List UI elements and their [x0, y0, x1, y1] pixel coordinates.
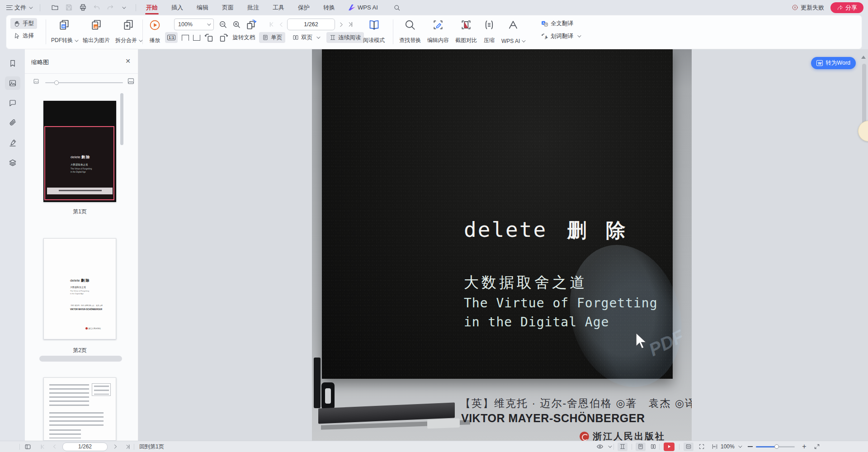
zoom-in-icon[interactable]: [232, 20, 241, 29]
viewport-region-indicator[interactable]: [44, 126, 114, 200]
search-icon[interactable]: [393, 4, 401, 11]
word-translate-button[interactable]: A 划词翻译: [538, 31, 583, 42]
tab-home[interactable]: 开始: [145, 1, 159, 14]
quick-access-chevron-icon[interactable]: [122, 5, 126, 9]
comments-panel-button[interactable]: [5, 96, 20, 110]
back-to-first-page-link[interactable]: 回到第1页: [139, 443, 164, 451]
continuous-read-button[interactable]: 连续阅读: [326, 32, 364, 43]
single-page-button-bottom[interactable]: [636, 443, 646, 451]
double-page-button[interactable]: 双页: [289, 32, 322, 43]
document-scrollbar[interactable]: [862, 64, 866, 129]
rotate-pages-icon[interactable]: [245, 19, 257, 30]
thumbnail-page-3[interactable]: [43, 377, 116, 441]
play-button-bottom[interactable]: [664, 443, 675, 451]
hand-tool-button[interactable]: 手型: [10, 18, 37, 29]
play-button[interactable]: 播放: [147, 18, 163, 46]
rotate-left-icon[interactable]: [204, 33, 214, 42]
fit-width-button-bottom[interactable]: [710, 443, 720, 451]
next-page-button-bottom[interactable]: [110, 443, 120, 451]
toggle-sidebar-button[interactable]: [23, 443, 33, 451]
tab-convert[interactable]: 转换: [322, 1, 336, 14]
continuous-read-button-bottom[interactable]: [618, 443, 627, 451]
bookmarks-panel-button[interactable]: [5, 56, 20, 70]
zoom-out-button-bottom[interactable]: [745, 443, 755, 451]
open-book-icon: [368, 19, 380, 31]
tab-protect[interactable]: 保护: [297, 1, 311, 14]
actual-size-button[interactable]: 1:1: [165, 32, 178, 43]
layers-panel-button[interactable]: [5, 156, 20, 170]
open-folder-icon[interactable]: [51, 4, 59, 11]
publisher-name: 浙江人民出版社: [593, 430, 665, 441]
page-number-input-bottom[interactable]: 1/262: [62, 443, 108, 451]
zoom-percent-label[interactable]: 100%: [721, 443, 735, 450]
print-icon[interactable]: [79, 4, 87, 11]
rotate-doc-label[interactable]: 旋转文档: [232, 34, 255, 42]
screenshot-compare-button[interactable]: 截图对比: [453, 18, 479, 46]
first-page-button[interactable]: [267, 20, 275, 29]
file-menu[interactable]: 文件: [5, 2, 33, 13]
fullscreen-button[interactable]: [812, 443, 822, 451]
single-page-button[interactable]: 单页: [259, 32, 285, 43]
fit-width-icon[interactable]: [193, 35, 200, 41]
fit-screen-button-bottom[interactable]: [697, 443, 707, 451]
panel-vertical-scrollbar[interactable]: [120, 93, 123, 145]
tab-comment[interactable]: 批注: [246, 1, 260, 14]
compress-icon: [483, 19, 495, 31]
zoom-slider-handle[interactable]: [774, 444, 779, 449]
close-panel-icon[interactable]: ✕: [123, 56, 132, 66]
save-icon[interactable]: [65, 4, 73, 11]
thumbnail-page-1[interactable]: delete 删 除 大数据取舍之道 The Virtue of Forgett…: [43, 101, 116, 202]
wps-ai-button[interactable]: WPS AI: [500, 18, 526, 46]
floating-assistant-bubble[interactable]: [858, 121, 868, 141]
select-tool-button[interactable]: 选择: [10, 30, 37, 41]
tab-insert[interactable]: 插入: [170, 1, 184, 14]
thumbnail-page-2[interactable]: delete 删 除 大数据取舍之道 The Virtue of Forgett…: [43, 238, 116, 339]
redo-icon[interactable]: [107, 4, 114, 11]
panel-horizontal-scrollbar[interactable]: [39, 356, 122, 362]
zoom-slider[interactable]: [756, 446, 795, 447]
rotate-right-icon[interactable]: [218, 33, 228, 42]
zoom-out-icon[interactable]: [218, 20, 227, 29]
convert-to-word-button[interactable]: W 转为Word: [811, 57, 856, 69]
compress-button[interactable]: 压缩: [481, 18, 497, 46]
double-page-button-bottom[interactable]: [648, 443, 658, 451]
first-page-button-bottom[interactable]: [37, 443, 47, 451]
last-page-button[interactable]: [347, 20, 355, 29]
slider-handle[interactable]: [54, 80, 59, 85]
zoom-select[interactable]: 100%: [174, 19, 214, 30]
fit-height-icon[interactable]: [182, 35, 189, 41]
prev-page-button-bottom[interactable]: [50, 443, 60, 451]
full-translate-button[interactable]: A 全文翻译: [538, 18, 576, 29]
thumbnail-panel: 缩略图 ✕ delete 删 除 大数据取舍之道 The Virtue of F…: [25, 49, 138, 441]
tab-wps-ai[interactable]: WPS AI: [348, 1, 379, 14]
update-status[interactable]: 更新失败: [792, 4, 824, 12]
read-mode-button[interactable]: 阅读模式: [361, 18, 387, 46]
cover-subtitle-en1: The Virtue of Forgetting: [464, 296, 658, 311]
thumbnails-panel-button[interactable]: [5, 76, 20, 90]
chevron-down-icon[interactable]: [738, 444, 742, 447]
chevron-down-icon[interactable]: [608, 444, 612, 447]
next-page-button[interactable]: [337, 20, 345, 29]
edit-content-button[interactable]: 编辑内容: [425, 18, 451, 46]
zoom-in-button-bottom[interactable]: +: [799, 443, 809, 451]
undo-icon[interactable]: [93, 4, 100, 11]
prev-page-button[interactable]: [277, 20, 285, 29]
thumbnail-size-slider[interactable]: [45, 82, 123, 83]
attachments-panel-button[interactable]: [5, 116, 20, 130]
find-replace-button[interactable]: 查找替换: [397, 18, 423, 46]
export-image-button[interactable]: 输出为图片: [81, 18, 112, 46]
scrollbar-up-arrow[interactable]: [861, 56, 866, 59]
tab-tools[interactable]: 工具: [272, 1, 285, 14]
signature-panel-button[interactable]: [5, 136, 20, 150]
share-button[interactable]: 分享: [830, 2, 863, 13]
document-viewport[interactable]: delete删 除 大数据取舍之道 The Virtue of Forgetti…: [138, 49, 868, 441]
last-page-button-bottom[interactable]: [123, 443, 133, 451]
pdf-convert-button[interactable]: W PDF转换: [49, 18, 79, 46]
split-merge-button[interactable]: 拆分合并: [113, 18, 143, 46]
page-number-input[interactable]: 1/262: [287, 19, 335, 30]
paperclip-icon: [9, 119, 17, 127]
tab-page[interactable]: 页面: [221, 1, 235, 14]
view-options-button[interactable]: [595, 443, 605, 451]
tab-edit[interactable]: 编辑: [196, 1, 209, 14]
actual-size-button-bottom[interactable]: [684, 443, 693, 451]
